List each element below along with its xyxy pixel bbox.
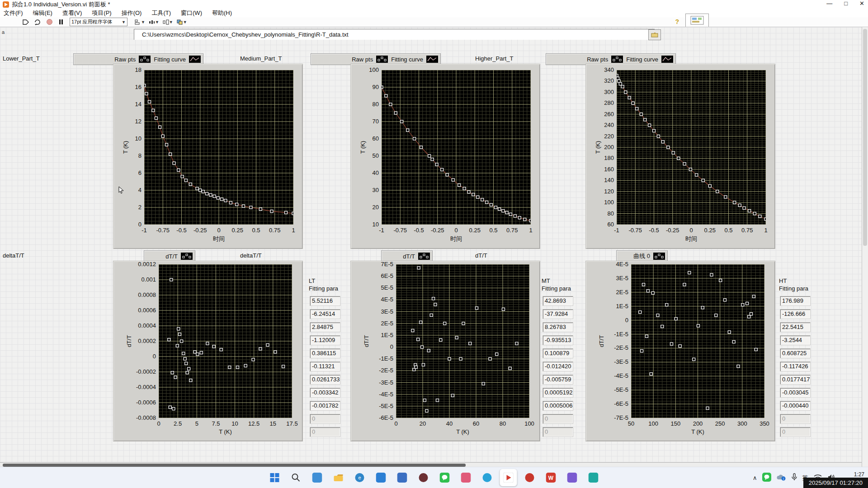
plot-area[interactable] (159, 264, 292, 418)
close-icon[interactable]: ✕ (859, 0, 864, 7)
graph-residual-lt[interactable]: 0.00120.0010.00080.00060.00040.00020-0.0… (113, 261, 303, 441)
scatter-style-icon[interactable] (376, 56, 388, 63)
taskbar-icon-task-view[interactable] (309, 469, 326, 486)
reorder-objects-button[interactable]: ▼ (177, 18, 187, 26)
menu-item[interactable]: 操作(O) (122, 9, 142, 17)
fitting-param-value[interactable]: 0.0005006 (542, 401, 573, 411)
graph-residual-mt[interactable]: 7E-56E-55E-54E-53E-52E-51E-50-1E-5-2E-5-… (350, 261, 540, 441)
plot-area[interactable] (382, 70, 531, 225)
fitting-param-value[interactable]: 42.8693 (542, 296, 573, 306)
fitting-param-value[interactable]: -0.11321 (310, 361, 340, 371)
scatter-style-icon[interactable] (139, 56, 151, 63)
minimize-icon[interactable]: — (826, 0, 832, 7)
scatter-style-icon[interactable] (418, 253, 430, 260)
taskbar-icon-wechat[interactable] (436, 469, 453, 486)
fitting-param-value[interactable]: 8.26783 (542, 322, 573, 332)
fitting-param-value[interactable]: -0.000440 (780, 401, 811, 411)
scatter-style-icon[interactable] (181, 253, 193, 260)
resize-objects-button[interactable]: ▼ (163, 18, 173, 26)
menu-item[interactable]: 查看(V) (62, 9, 82, 17)
taskbar-icon-edge-browser[interactable]: e (351, 469, 368, 486)
data-file-path-input[interactable]: C:\Users\wzmcs\Desktop\Cernox_Chebyshev_… (134, 29, 655, 40)
taskbar-icon-app-purple[interactable] (564, 469, 581, 486)
scatter-style-icon[interactable] (611, 56, 623, 63)
menu-item[interactable]: 工具(T) (151, 9, 171, 17)
taskbar-icon-wps-writer[interactable]: W (542, 469, 560, 486)
taskbar-icon-app-dark-red[interactable] (415, 469, 432, 486)
abort-button[interactable] (45, 18, 53, 26)
plot-area[interactable] (617, 70, 766, 225)
fitting-param-value[interactable]: -37.9284 (542, 309, 573, 319)
taskbar-icon-app-red-dot[interactable] (521, 469, 538, 486)
fitting-param-value[interactable]: -0.003342 (310, 388, 340, 398)
pause-button[interactable] (57, 18, 65, 26)
fitting-param-value[interactable]: 0.386115 (310, 348, 340, 358)
microphone-tray-icon[interactable] (791, 473, 797, 483)
menu-item[interactable]: 文件(F) (4, 9, 23, 17)
fitting-param-value[interactable]: -0.001782 (310, 401, 340, 411)
context-help-button[interactable]: ? (675, 18, 679, 25)
run-continuous-button[interactable] (33, 18, 42, 26)
taskbar-icon-app-pink[interactable] (458, 469, 475, 486)
fitting-param-value[interactable]: 0 (542, 414, 573, 424)
graph-residual-ht[interactable]: 4E-53E-52E-51E-50-1E-5-2E-5-3E-5-4E-5-5E… (585, 261, 775, 441)
graph-higher-part-t[interactable]: 3403203002802602402202001801601401201008… (585, 64, 775, 249)
run-button[interactable] (22, 18, 30, 26)
vertical-scrollbar-thumb[interactable] (863, 29, 867, 246)
fitting-param-value[interactable]: 0 (310, 414, 340, 424)
fitting-param-value[interactable]: -0.005759 (542, 375, 573, 385)
taskbar-icon-labview-active[interactable] (500, 469, 517, 486)
line-style-icon[interactable] (426, 56, 438, 63)
menu-item[interactable]: 窗口(W) (181, 9, 202, 17)
fitting-param-value[interactable]: 0.0005192 (542, 388, 573, 398)
fitting-param-value[interactable]: 0 (310, 427, 340, 437)
taskbar-icon-app-blue-circle[interactable] (479, 469, 496, 486)
align-objects-button[interactable]: ▼ (135, 18, 145, 26)
taskbar-icon-start[interactable] (266, 469, 283, 486)
taskbar-icon-app-teal[interactable] (585, 469, 602, 486)
graph-lower-part-t[interactable]: 181614121086420-1-0.75-0.5-0.2500.250.50… (113, 64, 303, 249)
fitting-param-value[interactable]: -126.666 (780, 309, 811, 319)
fitting-param-value[interactable]: -3.2544 (780, 335, 811, 345)
line-style-icon[interactable] (189, 56, 201, 63)
menu-item[interactable]: 编辑(E) (33, 9, 52, 17)
taskbar-icon-store[interactable] (373, 469, 390, 486)
maximize-icon[interactable]: □ (844, 0, 848, 7)
browse-file-button[interactable] (648, 29, 661, 40)
fitting-param-value[interactable]: 22.5415 (780, 322, 811, 332)
menu-item[interactable]: 项目(P) (92, 9, 111, 17)
fitting-param-value[interactable]: 0.0177417 (780, 375, 811, 385)
plot-area[interactable] (396, 264, 529, 418)
wechat-tray-icon[interactable] (762, 473, 771, 483)
line-style-icon[interactable] (661, 56, 673, 63)
tray-chevron-icon[interactable]: ∧ (753, 474, 757, 481)
taskbar-icon-app-blue-tile[interactable] (394, 469, 411, 486)
horizontal-scrollbar-thumb[interactable] (3, 464, 466, 467)
fitting-param-value[interactable]: 0 (780, 414, 811, 424)
fitting-param-value[interactable]: -0.935513 (542, 335, 573, 345)
graph-medium-part-t[interactable]: 100908070605040302010-1-0.75-0.5-0.2500.… (350, 64, 540, 249)
fitting-param-value[interactable]: 0 (542, 427, 573, 437)
fitting-param-value[interactable]: 0.608725 (780, 348, 811, 358)
distribute-objects-button[interactable]: ▼ (149, 18, 159, 26)
font-selector[interactable]: 17pt 应用程序字体▼ (70, 18, 127, 26)
fitting-param-value[interactable]: -6.24514 (310, 309, 340, 319)
vi-icon[interactable] (685, 14, 709, 27)
fitting-param-value[interactable]: 176.989 (780, 296, 811, 306)
plot-area[interactable] (144, 70, 293, 225)
fitting-param-value[interactable]: -0.117426 (780, 361, 811, 371)
vertical-scrollbar[interactable] (862, 27, 868, 467)
fitting-param-value[interactable]: -0.012420 (542, 361, 573, 371)
menu-item[interactable]: 帮助(H) (212, 9, 232, 17)
fitting-param-value[interactable]: 0 (780, 427, 811, 437)
fitting-param-value[interactable]: 0.100879 (542, 348, 573, 358)
taskbar-icon-file-explorer[interactable] (330, 469, 347, 486)
scatter-style-icon[interactable] (653, 253, 665, 260)
fitting-param-value[interactable]: -0.003045 (780, 388, 811, 398)
fitting-param-value[interactable]: 5.52116 (310, 296, 340, 306)
onedrive-tray-icon[interactable]: i (776, 474, 786, 483)
fitting-param-value[interactable]: -1.12009 (310, 335, 340, 345)
taskbar-icon-search[interactable] (288, 469, 305, 486)
plot-area[interactable] (631, 264, 764, 418)
fitting-param-value[interactable]: 2.84875 (310, 322, 340, 332)
